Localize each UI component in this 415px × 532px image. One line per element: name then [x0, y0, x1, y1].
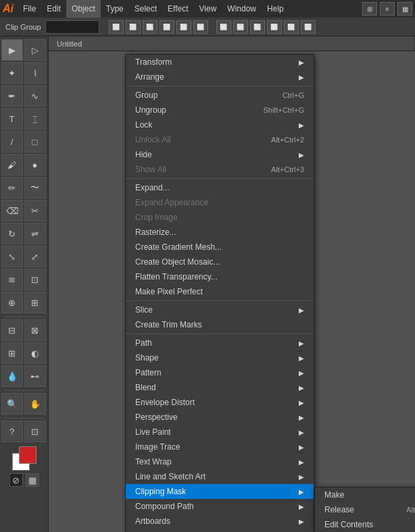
menu-item-image-trace[interactable]: Image Trace ▶: [126, 440, 314, 454]
menu-item-path[interactable]: Path ▶: [126, 336, 314, 350]
menu-item-slice[interactable]: Slice ▶: [126, 302, 314, 317]
pen-tool[interactable]: ✒: [1, 85, 23, 107]
menu-item-clipping-mask[interactable]: Clipping Mask ▶: [126, 484, 314, 499]
menu-item-transform[interactable]: Transform ▶: [126, 55, 314, 70]
menu-item-pattern[interactable]: Pattern ▶: [126, 365, 314, 380]
distribute-left-icon[interactable]: ⬜: [216, 20, 231, 34]
distribute-bottom-icon[interactable]: ⬜: [301, 20, 316, 34]
menu-item-shape[interactable]: Shape ▶: [126, 350, 314, 365]
menu-type[interactable]: Type: [101, 0, 129, 18]
curvature-tool[interactable]: ∿: [24, 85, 46, 107]
menu-item-crop-image[interactable]: Crop Image: [126, 210, 314, 225]
align-left-icon[interactable]: ⬜: [109, 20, 124, 34]
rotate-tool[interactable]: ↻: [1, 223, 23, 244]
selection-tool[interactable]: ▶: [1, 39, 23, 61]
reflect-tool[interactable]: ⇌: [24, 223, 46, 244]
menu-help[interactable]: Help: [262, 0, 289, 18]
align-center-v-icon[interactable]: ⬜: [176, 20, 191, 34]
distribute-top-icon[interactable]: ⬜: [267, 20, 282, 34]
eyedropper-tool[interactable]: 💧: [1, 365, 23, 387]
canvas-tab[interactable]: Untitled: [49, 36, 415, 51]
measure-tool[interactable]: ⊷: [24, 365, 46, 387]
menu-item-text-wrap[interactable]: Text Wrap ▶: [126, 454, 314, 469]
direct-selection-tool[interactable]: ▷: [24, 39, 46, 61]
menu-item-line-sketch[interactable]: Line and Sketch Art ▶: [126, 469, 314, 484]
menu-select[interactable]: Select: [129, 0, 162, 18]
menu-item-object-mosaic[interactable]: Create Object Mosaic...: [126, 255, 314, 269]
blob-brush-tool[interactable]: ●: [24, 154, 46, 176]
menu-item-gradient-mesh[interactable]: Create Gradient Mesh...: [126, 240, 314, 255]
paintbrush-tool[interactable]: 🖌: [1, 154, 23, 176]
menu-item-graph[interactable]: Graph ▶: [126, 529, 314, 532]
menu-item-trim-marks[interactable]: Create Trim Marks: [126, 317, 314, 332]
perspective-grid-tool[interactable]: ⊟: [1, 319, 23, 341]
shape-builder-tool[interactable]: ⊕: [1, 292, 23, 313]
menu-object[interactable]: Object: [66, 0, 101, 18]
align-bottom-icon[interactable]: ⬜: [193, 20, 208, 34]
menu-effect[interactable]: Effect: [162, 0, 193, 18]
menu-item-group[interactable]: Group Ctrl+G: [126, 88, 314, 103]
distribute-right-icon[interactable]: ⬜: [250, 20, 265, 34]
none-icon[interactable]: ⊘: [9, 473, 23, 487]
distribute-center-v-icon[interactable]: ⬜: [284, 20, 299, 34]
menu-item-hide[interactable]: Hide ▶: [126, 147, 314, 162]
menu-item-artboards[interactable]: Artboards ▶: [126, 514, 314, 529]
arrange-icon[interactable]: ⊞: [362, 2, 377, 16]
menu-item-unlock-all[interactable]: Unlock All Alt+Ctrl+2: [126, 132, 314, 147]
object-menu-dropdown[interactable]: Transform ▶ Arrange ▶ Group Ctrl+G Ungro…: [125, 54, 314, 532]
mesh-tool[interactable]: ⊞: [1, 342, 23, 364]
menu-item-pixel-perfect[interactable]: Make Pixel Perfect: [126, 284, 314, 299]
menu-item-ungroup[interactable]: Ungroup Shift+Ctrl+G: [126, 103, 314, 117]
align-center-h-icon[interactable]: ⬜: [126, 20, 141, 34]
extra-tool[interactable]: ⊡: [24, 421, 46, 442]
smooth-tool[interactable]: 〜: [24, 177, 46, 198]
menu-item-expand[interactable]: Expand...: [126, 180, 314, 195]
menu-file[interactable]: File: [18, 0, 41, 18]
search-icon2[interactable]: ▦: [397, 2, 412, 16]
submenu-item-release[interactable]: Release Alt+Ctrl+7: [315, 502, 415, 517]
menu-item-flatten-transparency[interactable]: Flatten Transparency...: [126, 269, 314, 284]
fill-color[interactable]: [19, 446, 36, 464]
align-top-icon[interactable]: ⬜: [160, 20, 174, 34]
menu-item-envelope-distort[interactable]: Envelope Distort ▶: [126, 395, 314, 410]
lasso-tool[interactable]: ⌇: [24, 62, 46, 84]
clipping-mask-submenu[interactable]: Make Ctrl+7 Release Alt+Ctrl+7 Edit Cont…: [314, 487, 415, 532]
line-tool[interactable]: /: [1, 131, 23, 153]
eraser-tool[interactable]: ⌫: [1, 200, 23, 221]
menu-window[interactable]: Window: [222, 0, 262, 18]
warp-tool[interactable]: ≋: [1, 269, 23, 290]
magic-wand-tool[interactable]: ✦: [1, 62, 23, 84]
scale-tool[interactable]: ⤡: [1, 246, 23, 267]
menu-item-show-all[interactable]: Show All Alt+Ctrl+3: [126, 162, 314, 177]
question-tool[interactable]: ?: [1, 421, 23, 442]
align-right-icon[interactable]: ⬜: [143, 20, 157, 34]
distribute-center-h-icon[interactable]: ⬜: [233, 20, 248, 34]
perspective-selection-tool[interactable]: ⊠: [24, 319, 46, 341]
shear-tool[interactable]: ⤢: [24, 246, 46, 267]
submenu-item-make[interactable]: Make Ctrl+7: [315, 487, 415, 502]
menu-item-expand-appearance[interactable]: Expand Appearance: [126, 195, 314, 210]
shape-tool[interactable]: □: [24, 131, 46, 153]
pencil-tool[interactable]: ✏: [1, 177, 23, 198]
scissors-tool[interactable]: ✂: [24, 200, 46, 221]
search-input[interactable]: [45, 20, 99, 34]
menu-item-compound-path[interactable]: Compound Path ▶: [126, 499, 314, 514]
live-paint-tool[interactable]: ⊞: [24, 292, 46, 313]
gradient-swatch[interactable]: ▦: [26, 473, 39, 487]
type-tool[interactable]: T: [1, 108, 23, 130]
menu-item-perspective[interactable]: Perspective ▶: [126, 410, 314, 425]
menu-item-lock[interactable]: Lock ▶: [126, 117, 314, 132]
hand-tool[interactable]: ✋: [24, 393, 46, 415]
menu-item-arrange[interactable]: Arrange ▶: [126, 70, 314, 84]
menu-view[interactable]: View: [194, 0, 222, 18]
free-transform-tool[interactable]: ⊡: [24, 269, 46, 290]
menu-item-blend[interactable]: Blend ▶: [126, 380, 314, 395]
type-vertical-tool[interactable]: ⌶: [24, 108, 46, 130]
menu-edit[interactable]: Edit: [41, 0, 66, 18]
submenu-item-edit-contents[interactable]: Edit Contents: [315, 517, 415, 532]
zoom-tool[interactable]: 🔍: [1, 393, 23, 415]
gradient-tool[interactable]: ◐: [24, 342, 46, 364]
menu-item-live-paint[interactable]: Live Paint ▶: [126, 425, 314, 440]
workspace-icon[interactable]: ≡: [380, 2, 395, 16]
menu-item-rasterize[interactable]: Rasterize...: [126, 225, 314, 240]
